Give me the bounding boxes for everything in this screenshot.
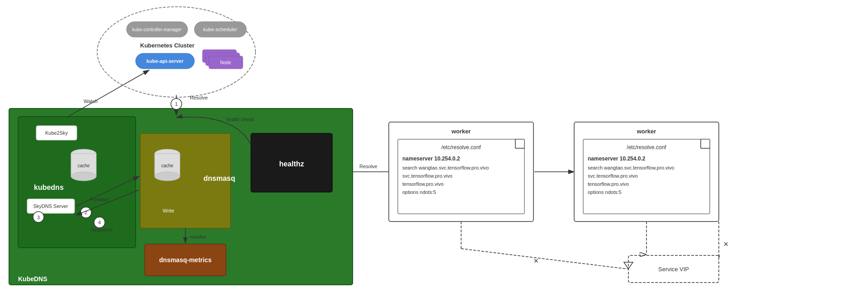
- svg-point-18: [155, 172, 180, 181]
- worker1-search: search wangtao.svc.tensorflow.pro.vivo: [402, 165, 489, 170]
- x-mark-left: ✕: [533, 257, 539, 264]
- resolve-worker-label: Resolve: [359, 164, 377, 169]
- worker1-tensorflow: tensorflow.pro.vivo: [402, 181, 443, 187]
- num3: 3: [37, 215, 40, 220]
- node-label-front: Node: [220, 60, 231, 65]
- kube-scheduler-label: kube-scheduler: [203, 27, 237, 32]
- health-check-label: health check: [226, 117, 254, 122]
- write-label: Write: [163, 208, 174, 213]
- forward-label: Forward: [90, 197, 108, 202]
- num1: 1: [175, 101, 178, 107]
- worker2-options: options ndots:5: [588, 189, 622, 195]
- watch-label: Watch: [84, 99, 98, 104]
- dnsmasq-label: dnsmasq: [203, 174, 235, 182]
- worker1-label: worker: [451, 128, 471, 135]
- worker2-nameserver: nameserver 10.254.0.2: [588, 156, 646, 162]
- response-label: Response: [90, 227, 113, 232]
- x-mark-right: ✕: [723, 240, 729, 248]
- healthz-label: healthz: [279, 160, 304, 168]
- resolve-label: Resolve: [190, 95, 208, 100]
- dnsmasq-cache-label: cache: [161, 163, 174, 168]
- monitor-label: monitor: [190, 234, 207, 240]
- svg-line-43: [461, 249, 627, 269]
- num4: 4: [98, 220, 101, 225]
- worker2-tensorflow: tensorflow.pro.vivo: [588, 181, 629, 187]
- kube2sky-label: Kube2Sky: [45, 130, 68, 136]
- kubedns-label: KubeDNS: [18, 275, 47, 283]
- dnsmasq-metrics-label: dnsmasq-metrics: [159, 256, 212, 264]
- worker2-label: worker: [637, 128, 656, 135]
- worker1-nameserver: nameserver 10.254.0.2: [402, 156, 460, 162]
- skydns-label: SkyDNS Server: [33, 203, 68, 209]
- svg-marker-38: [701, 139, 710, 148]
- worker1-resolve-conf: /etc/resolve.conf: [441, 144, 481, 151]
- kubedns-text: kubedns: [34, 184, 64, 191]
- worker2-search: search wangtao.svc.tensorflow.pro.vivo: [588, 165, 674, 170]
- worker2-svc: svc.tensorflow.pro.vivo: [588, 173, 638, 179]
- cache-label: cache: [78, 163, 90, 168]
- kube-api-server-label: kube-api-server: [146, 58, 184, 64]
- svg-marker-32: [515, 139, 524, 148]
- k8s-cluster-label: Kubernetes Cluster: [140, 42, 194, 49]
- worker1-options: options ndots:5: [402, 189, 436, 195]
- worker1-svc: svc.tensorflow.pro.vivo: [402, 173, 453, 179]
- diagram-container: kube-controller-manager kube-scheduler K…: [0, 0, 868, 297]
- service-vip-label: Service VIP: [658, 266, 689, 273]
- kube-controller-label: kube-controller-manager: [132, 27, 182, 32]
- svg-point-12: [71, 172, 96, 181]
- worker2-resolve-conf: /etc/resolve.conf: [627, 144, 666, 151]
